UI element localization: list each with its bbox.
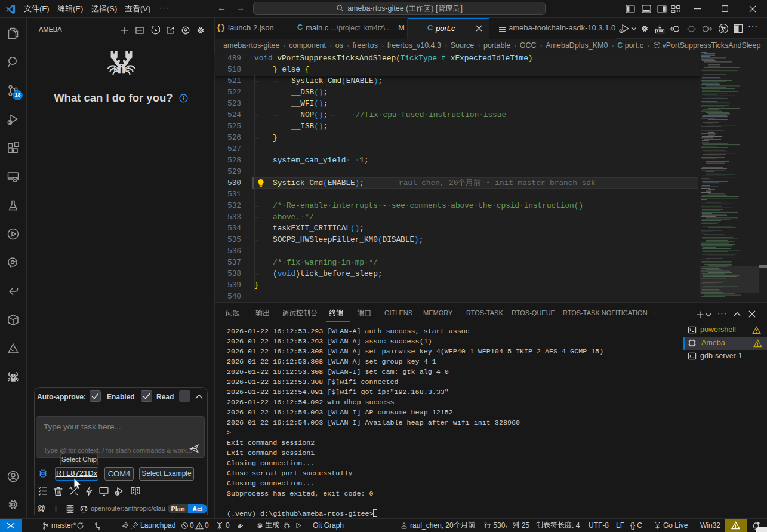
svg-text:R: R xyxy=(113,66,118,73)
svg-text:C: C xyxy=(125,66,130,73)
